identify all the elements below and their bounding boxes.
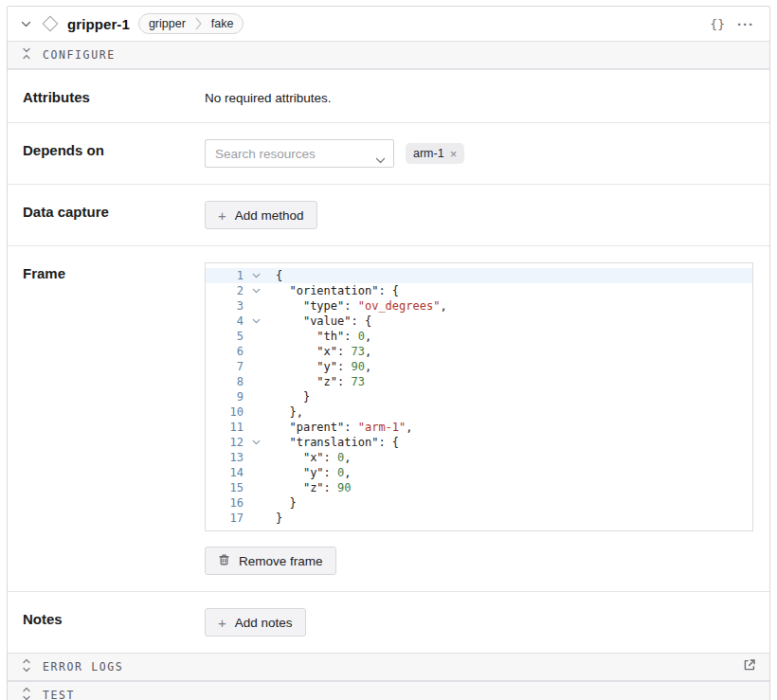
code-text: }	[268, 511, 282, 526]
add-method-button[interactable]: + Add method	[205, 201, 317, 229]
code-text: "th": 0,	[268, 329, 371, 344]
editor-line[interactable]: 1{	[206, 268, 752, 283]
editor-line[interactable]: 10 },	[206, 404, 752, 420]
line-number: 1	[206, 268, 244, 283]
badge-model-label: fake	[202, 14, 244, 33]
error-logs-section-bar[interactable]: ERROR LOGS	[8, 653, 769, 681]
attributes-value: No required attributes.	[205, 86, 754, 105]
fold-chevron-icon[interactable]	[244, 318, 268, 324]
badge-type-label: gripper	[139, 14, 195, 33]
test-section-label: TEST	[43, 689, 75, 700]
configure-section-label: CONFIGURE	[43, 48, 116, 62]
resource-config-card: gripper-1 gripper fake {} ··· CONFIGURE …	[7, 6, 770, 700]
editor-line[interactable]: 8 "z": 73	[206, 374, 752, 389]
line-number: 16	[206, 495, 244, 511]
open-logs-external-link-icon[interactable]	[743, 658, 756, 675]
error-logs-section-label: ERROR LOGS	[43, 660, 123, 673]
line-number: 8	[206, 374, 244, 389]
line-number: 13	[206, 450, 244, 465]
json-mode-toggle-icon[interactable]: {}	[708, 15, 727, 33]
code-text: "parent": "arm-1",	[268, 420, 413, 435]
code-text: "z": 73	[268, 374, 365, 389]
test-section-bar[interactable]: TEST	[8, 681, 769, 700]
line-number: 11	[206, 420, 244, 435]
line-number: 9	[206, 389, 244, 404]
line-number: 12	[206, 435, 244, 450]
plus-icon: +	[218, 616, 226, 630]
editor-line[interactable]: 17}	[206, 511, 752, 526]
remove-frame-button-label: Remove frame	[239, 554, 323, 568]
editor-line[interactable]: 12 "translation": {	[206, 435, 752, 450]
editor-line[interactable]: 5 "th": 0,	[206, 329, 752, 344]
line-number: 10	[206, 404, 244, 420]
badge-separator-chevron-icon	[195, 17, 202, 30]
code-text: },	[268, 404, 303, 420]
code-text: }	[268, 495, 297, 511]
data-capture-label: Data capture	[23, 201, 205, 220]
expand-section-icon	[21, 658, 32, 676]
dependency-tag-label: arm-1	[413, 147, 444, 160]
frame-row: Frame 1{2 "orientation": {3 "type": "ov_…	[8, 245, 769, 591]
resource-header: gripper-1 gripper fake {} ···	[8, 7, 769, 41]
code-text: "type": "ov_degrees",	[268, 298, 447, 314]
editor-line[interactable]: 11 "parent": "arm-1",	[206, 420, 752, 435]
editor-line[interactable]: 13 "x": 0,	[206, 450, 752, 465]
code-text: {	[268, 268, 282, 283]
line-number: 7	[206, 359, 244, 374]
depends-on-label: Depends on	[23, 139, 205, 158]
line-number: 2	[206, 283, 244, 298]
line-number: 17	[206, 511, 244, 526]
code-text: "y": 90,	[268, 359, 371, 374]
line-number: 4	[206, 314, 244, 329]
collapse-card-chevron-icon[interactable]	[19, 19, 33, 29]
frame-json-editor[interactable]: 1{2 "orientation": {3 "type": "ov_degree…	[205, 262, 753, 531]
attributes-row: Attributes No required attributes.	[8, 69, 769, 122]
depends-on-search-input[interactable]	[205, 139, 394, 168]
editor-line[interactable]: 16 }	[206, 495, 752, 511]
add-notes-button-label: Add notes	[235, 616, 293, 630]
trash-icon	[218, 553, 230, 569]
gripper-resource-icon	[43, 16, 59, 32]
remove-dependency-icon[interactable]: ×	[450, 148, 458, 160]
expand-section-icon	[21, 687, 32, 700]
code-text: "y": 0,	[268, 465, 352, 480]
line-number: 3	[206, 298, 244, 314]
line-number: 14	[206, 465, 244, 480]
fold-chevron-icon[interactable]	[244, 288, 268, 294]
depends-on-row: Depends on arm-1 ×	[8, 122, 769, 184]
plus-icon: +	[218, 208, 226, 223]
configure-section-bar[interactable]: CONFIGURE	[8, 41, 769, 69]
editor-line[interactable]: 4 "value": {	[206, 314, 752, 329]
editor-line[interactable]: 9 }	[206, 389, 752, 404]
code-text: "value": {	[268, 314, 371, 329]
notes-row: Notes + Add notes	[8, 591, 769, 653]
line-number: 15	[206, 480, 244, 495]
depends-on-search-box	[205, 139, 394, 168]
fold-chevron-icon[interactable]	[244, 273, 268, 278]
code-text: "z": 90	[268, 480, 352, 495]
notes-label: Notes	[23, 608, 205, 627]
editor-line[interactable]: 7 "y": 90,	[206, 359, 752, 374]
editor-line[interactable]: 15 "z": 90	[206, 480, 752, 495]
code-text: "orientation": {	[268, 283, 399, 298]
add-notes-button[interactable]: + Add notes	[205, 608, 306, 637]
code-text: "translation": {	[268, 435, 399, 450]
editor-line[interactable]: 3 "type": "ov_degrees",	[206, 298, 752, 314]
editor-line[interactable]: 2 "orientation": {	[206, 283, 752, 298]
remove-frame-button[interactable]: Remove frame	[205, 547, 336, 575]
collapse-section-icon	[21, 46, 32, 63]
frame-label: Frame	[23, 262, 205, 281]
add-method-button-label: Add method	[235, 208, 304, 223]
code-text: }	[268, 389, 310, 404]
fold-chevron-icon[interactable]	[244, 440, 268, 445]
code-text: "x": 0,	[268, 450, 352, 465]
line-number: 5	[206, 329, 244, 344]
editor-line[interactable]: 6 "x": 73,	[206, 344, 752, 359]
ellipsis-menu-icon[interactable]: ···	[735, 15, 756, 33]
resource-type-badge: gripper fake	[138, 13, 244, 34]
line-number: 6	[206, 344, 244, 359]
editor-line[interactable]: 14 "y": 0,	[206, 465, 752, 480]
resource-title: gripper-1	[67, 16, 130, 32]
attributes-label: Attributes	[23, 86, 205, 105]
code-text: "x": 73,	[268, 344, 371, 359]
